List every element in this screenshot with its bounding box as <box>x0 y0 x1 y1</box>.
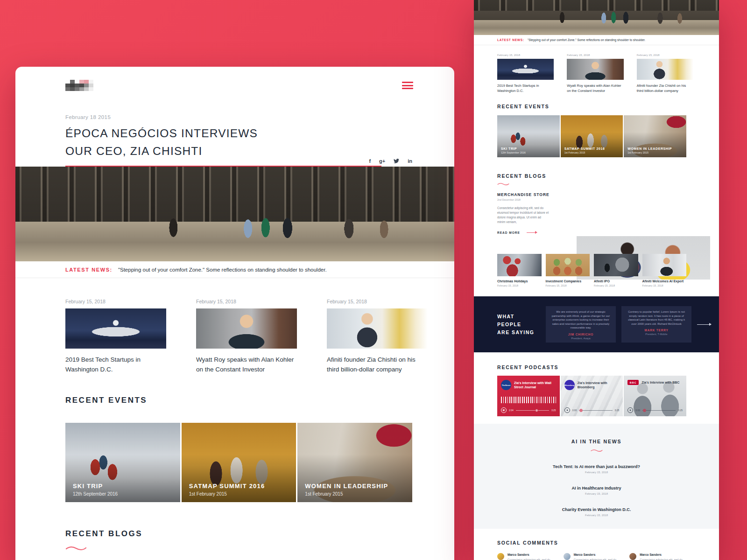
event-card-women-leadership[interactable]: WOMEN IN LEADERSHIP 1st February 2015 <box>624 115 686 157</box>
news-card[interactable]: February 15, 2018 2019 Best Tech Startup… <box>497 54 554 93</box>
event-date: 12th September 2016 <box>73 491 118 497</box>
podcast-card-bbc[interactable]: BBC Zia's Interview with BBC 0:00 3:25 <box>624 376 686 416</box>
event-card-ski-trip[interactable]: SKI TRIP 12th September 2016 <box>65 423 180 502</box>
read-more-link[interactable]: READ MORE <box>497 231 719 234</box>
article-page-card: February 18 2015 ÉPOCA NEGÓCIOS INTERVIE… <box>15 67 454 560</box>
blog-featured-title[interactable]: MERCHANDISE STORE <box>497 192 719 197</box>
news-thumbnail-portrait[interactable] <box>196 308 297 349</box>
audio-player: 0:00 3:25 <box>564 407 620 413</box>
progress-bar[interactable] <box>642 410 676 411</box>
news-card[interactable]: February 15, 2018 Afiniti founder Zia Ch… <box>637 54 693 93</box>
progress-handle[interactable] <box>643 409 646 412</box>
testimonial-card: Contrary to popular belief, Lorem Ipsum … <box>621 306 691 343</box>
recent-blogs-section: RECENT BLOGS MERCHANDISE STORE 2nd Decem… <box>15 529 454 560</box>
recent-blogs-heading: RECENT BLOGS <box>497 173 719 179</box>
progress-bar[interactable] <box>516 410 549 411</box>
news-cards-row: February 15, 2018 2019 Best Tech Startup… <box>474 45 719 93</box>
audio-player: 2:04 3:25 <box>501 407 556 413</box>
facebook-icon[interactable]: f <box>369 158 371 164</box>
squiggle-underline <box>65 546 87 551</box>
pause-button[interactable] <box>501 407 507 413</box>
progress-handle[interactable] <box>579 409 583 412</box>
news-card[interactable]: February 15, 2018 Afiniti founder Zia Ch… <box>327 299 428 374</box>
avatar <box>629 553 636 560</box>
googleplus-icon[interactable]: g+ <box>379 158 385 164</box>
latest-news-text[interactable]: "Stepping out of your comfort Zone." Som… <box>528 38 645 42</box>
latest-news-label: LATEST NEWS: <box>65 267 113 273</box>
comments-row: Marco Sanders Consectetur adipiscing eli… <box>497 553 686 560</box>
latest-news-bar: LATEST NEWS: "Stepping out of your comfo… <box>474 35 719 45</box>
mini-blog-card[interactable]: Investment Companies February 15, 2018 <box>546 254 590 287</box>
mini-blog-card[interactable]: Christmas Holidays February 15, 2018 <box>497 254 542 287</box>
next-testimonial-arrow-icon[interactable] <box>697 324 711 325</box>
event-card-satmap-summit[interactable]: SATMAP SUMMIT 2016 1st February 2015 <box>561 115 623 157</box>
arrow-right-icon <box>527 232 537 233</box>
bbc-logo: BBC <box>627 380 639 385</box>
event-title: SATMAP SUMMIT 2016 <box>189 483 265 490</box>
ai-news-item[interactable]: Tech Tent: Is AI more than just a buzzwo… <box>474 464 719 474</box>
podcast-card-bloomberg[interactable]: Bloomberg Zia's Interview with Bloomberg… <box>561 376 623 416</box>
event-card-women-leadership[interactable]: WOMEN IN LEADERSHIP 1st February 2015 <box>297 423 412 502</box>
event-card-satmap-summit[interactable]: SATMAP SUMMIT 2016 1st February 2015 <box>182 423 296 502</box>
recent-blogs-heading: RECENT BLOGS <box>65 529 454 539</box>
testimonials-section: WHAT PEOPLE ARE SAYING We are extremely … <box>474 296 719 352</box>
play-button[interactable] <box>627 407 633 413</box>
mini-blog-thumbnail[interactable] <box>642 254 687 276</box>
news-thumbnail-founder[interactable] <box>637 59 693 80</box>
event-card-ski-trip[interactable]: SKI TRIP 12th September 2016 <box>497 115 560 157</box>
news-thumbnail-portrait[interactable] <box>567 59 623 80</box>
news-card[interactable]: February 15, 2018 2019 Best Tech Startup… <box>65 299 166 374</box>
article-head: February 18 2015 ÉPOCA NEGÓCIOS INTERVIE… <box>15 114 454 167</box>
share-bar: f g+ in <box>369 158 412 164</box>
linkedin-icon[interactable]: in <box>408 158 412 164</box>
ai-news-item[interactable]: AI in Healthcare Industry February 15, 2… <box>474 486 719 495</box>
mini-blog-thumbnail[interactable] <box>546 254 590 276</box>
news-title[interactable]: Afiniti founder Zia Chishti on his third… <box>327 355 428 374</box>
mini-blog-card[interactable]: Afiniti IPO February 15, 2018 <box>594 254 638 287</box>
hero-image <box>15 167 454 261</box>
latest-news-text[interactable]: "Stepping out of your comfort Zone." Som… <box>118 267 327 273</box>
mini-blog-thumbnail[interactable] <box>497 254 542 276</box>
news-title[interactable]: Wyatt Roy speaks with Alan Kohler on the… <box>196 355 297 374</box>
play-button[interactable] <box>564 407 570 413</box>
ai-in-the-news-section: AI IN THE NEWS Tech Tent: Is AI more tha… <box>474 424 719 529</box>
progress-handle[interactable] <box>535 409 538 412</box>
event-date: 1st February 2015 <box>305 491 388 497</box>
news-card[interactable]: February 15, 2018 Wyatt Roy speaks with … <box>196 299 297 374</box>
squiggle-underline <box>497 182 509 186</box>
recent-podcasts-heading: RECENT PODCASTS <box>497 364 719 370</box>
hamburger-menu-icon[interactable] <box>402 82 413 89</box>
news-card[interactable]: February 15, 2018 Wyatt Roy speaks with … <box>567 54 623 93</box>
article-date: February 18 2015 <box>65 114 412 120</box>
testimonials-heading: WHAT PEOPLE ARE SAYING <box>497 313 540 336</box>
twitter-icon[interactable] <box>394 159 399 163</box>
news-title[interactable]: 2019 Best Tech Startups in Washington D.… <box>65 355 166 374</box>
news-date: February 15, 2018 <box>327 299 428 304</box>
ai-news-item[interactable]: Charity Events in Washington D.C. Februa… <box>474 507 719 517</box>
audio-waveform <box>501 397 556 403</box>
recent-blogs-section: RECENT BLOGS MERCHANDISE STORE 2nd Decem… <box>474 173 719 241</box>
comment: Marco Sanders Consectetur adipiscing eli… <box>564 553 620 560</box>
mini-blog-card[interactable]: Afiniti Welcomes AI Expert February 15, … <box>642 254 687 287</box>
ai-news-heading: AI IN THE NEWS <box>474 439 719 444</box>
squiggle-underline <box>591 449 603 452</box>
social-comments-heading: SOCIAL COMMENTS <box>497 540 719 546</box>
news-thumbnail-founder[interactable] <box>327 308 428 349</box>
podcast-card-wsj[interactable]: TheStreet Zia's Interview with Wall Stre… <box>497 376 560 416</box>
avatar <box>564 553 571 560</box>
news-cards-row: February 15, 2018 2019 Best Tech Startup… <box>15 278 454 374</box>
progress-bar[interactable] <box>579 410 612 411</box>
events-row: SKI TRIP 12th September 2016 SATMAP SUMM… <box>65 423 412 502</box>
event-title: SKI TRIP <box>73 483 118 490</box>
recent-events-heading: RECENT EVENTS <box>497 104 719 109</box>
site-logo-blurred[interactable] <box>65 80 93 91</box>
mini-blog-thumbnail[interactable] <box>594 254 638 276</box>
comment: Marco Sanders Consectetur adipiscing eli… <box>629 553 686 560</box>
blog-featured-date: 2nd December 2018 <box>497 198 719 201</box>
news-date: February 15, 2018 <box>65 299 166 304</box>
comment: Marco Sanders Consectetur adipiscing eli… <box>497 553 554 560</box>
news-thumbnail-capitol[interactable] <box>497 59 554 80</box>
news-thumbnail-capitol[interactable] <box>65 308 166 349</box>
bloomberg-logo: Bloomberg <box>564 380 575 390</box>
news-date: February 15, 2018 <box>196 299 297 304</box>
